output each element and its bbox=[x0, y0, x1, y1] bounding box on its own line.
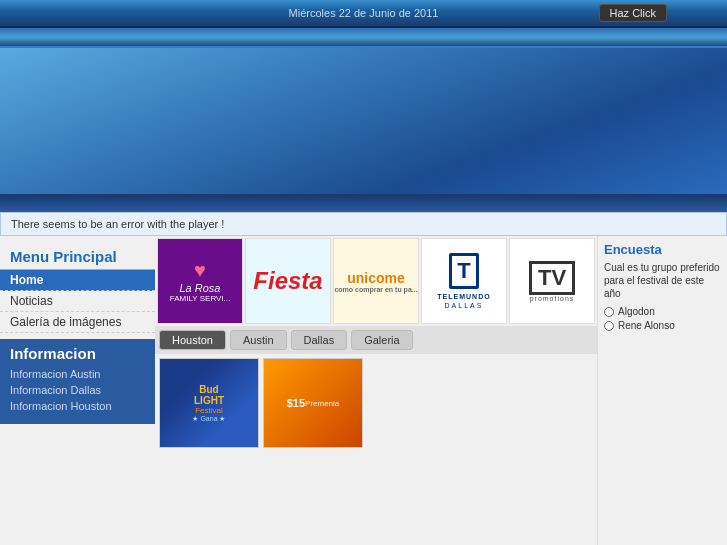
gallery-row: BudLIGHT Festival ★ Gana ★ $15 Premenia bbox=[155, 354, 597, 545]
error-message: There seems to be an error with the play… bbox=[11, 218, 224, 230]
logos-row: ♥ La Rosa FAMILY SERVI... Fiesta unicome… bbox=[155, 236, 597, 326]
info-title: Informacion bbox=[10, 345, 145, 362]
blue-band bbox=[0, 28, 727, 46]
radio-label-algodon: Algodon bbox=[618, 306, 655, 317]
logo-fiesta: Fiesta bbox=[245, 238, 331, 324]
encuesta-title: Encuesta bbox=[604, 242, 721, 257]
tab-houston[interactable]: Houston bbox=[159, 330, 226, 350]
logo-telemundo: T TELEMUNDO DALLAS bbox=[421, 238, 507, 324]
bottom-blue-band bbox=[0, 196, 727, 212]
top-bar: Miércoles 22 de Junio de 2011 Haz Click bbox=[0, 0, 727, 28]
right-panel: Encuesta Cual es tu grupo preferido para… bbox=[597, 236, 727, 545]
sidebar-item-noticias[interactable]: Noticias bbox=[0, 291, 155, 312]
tab-austin[interactable]: Austin bbox=[230, 330, 287, 350]
radio-rene[interactable]: Rene Alonso bbox=[604, 320, 721, 331]
sidebar: Menu Principal Home Noticias Galería de … bbox=[0, 236, 155, 545]
video-player-area bbox=[0, 46, 727, 196]
logo-tv-promotions: TV promotions bbox=[509, 238, 595, 324]
gallery-item-1: BudLIGHT Festival ★ Gana ★ bbox=[159, 358, 259, 448]
tab-galeria[interactable]: Galeria bbox=[351, 330, 412, 350]
info-link-dallas[interactable]: Informacion Dallas bbox=[10, 382, 145, 398]
center-content: ♥ La Rosa FAMILY SERVI... Fiesta unicome… bbox=[155, 236, 597, 545]
radio-circle-rene bbox=[604, 321, 614, 331]
haz-click-button[interactable]: Haz Click bbox=[599, 4, 667, 22]
encuesta-question: Cual es tu grupo preferido para el festi… bbox=[604, 261, 721, 300]
info-box: Informacion Informacion Austin Informaci… bbox=[0, 339, 155, 424]
menu-colored: Principal bbox=[53, 248, 116, 265]
menu-header: Menu Principal bbox=[0, 244, 155, 270]
sidebar-item-galeria[interactable]: Galería de imágenes bbox=[0, 312, 155, 333]
tab-dallas[interactable]: Dallas bbox=[291, 330, 348, 350]
menu-plain: Menu bbox=[10, 248, 49, 265]
main-content: Menu Principal Home Noticias Galería de … bbox=[0, 236, 727, 545]
sidebar-item-home[interactable]: Home bbox=[0, 270, 155, 291]
logo-unicome: unicome como comprar en tu pa... bbox=[333, 238, 419, 324]
radio-label-rene: Rene Alonso bbox=[618, 320, 675, 331]
info-link-austin[interactable]: Informacion Austin bbox=[10, 366, 145, 382]
radio-circle-algodon bbox=[604, 307, 614, 317]
city-tabs: Houston Austin Dallas Galeria bbox=[155, 326, 597, 354]
logo-larosa: ♥ La Rosa FAMILY SERVI... bbox=[157, 238, 243, 324]
info-link-houston[interactable]: Informacion Houston bbox=[10, 398, 145, 414]
gallery-item-2: $15 Premenia bbox=[263, 358, 363, 448]
date-text: Miércoles 22 de Junio de 2011 bbox=[289, 7, 439, 19]
error-bar: There seems to be an error with the play… bbox=[0, 212, 727, 236]
radio-algodon[interactable]: Algodon bbox=[604, 306, 721, 317]
